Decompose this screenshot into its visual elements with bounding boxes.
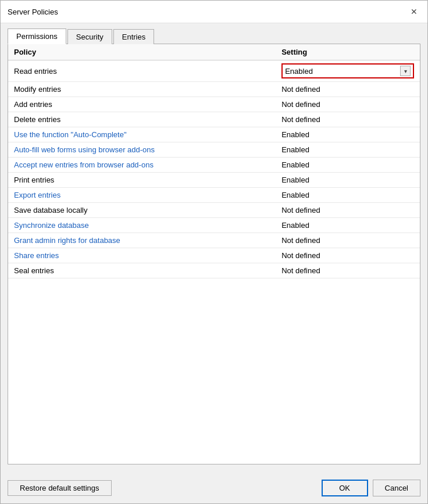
policy-cell: Share entries xyxy=(8,248,276,263)
setting-cell: Enabled xyxy=(276,127,420,142)
setting-cell[interactable]: Enabled▾ xyxy=(276,60,420,82)
setting-cell: Enabled xyxy=(276,173,420,188)
setting-cell: Not defined xyxy=(276,112,420,127)
table-row[interactable]: Print entriesEnabled xyxy=(8,173,420,188)
table-row[interactable]: Delete entriesNot defined xyxy=(8,112,420,127)
policy-cell: Accept new entries from browser add-ons xyxy=(8,158,276,173)
setting-cell: Not defined xyxy=(276,203,420,218)
setting-cell: Not defined xyxy=(276,263,420,278)
setting-cell: Not defined xyxy=(276,97,420,112)
table-row[interactable]: Synchronize databaseEnabled xyxy=(8,218,420,233)
setting-cell: Not defined xyxy=(276,248,420,263)
table-row[interactable]: Save database locallyNot defined xyxy=(8,203,420,218)
server-policies-dialog: Server Policies ✕ Permissions Security E… xyxy=(0,0,428,504)
dialog-footer: Restore default settings OK Cancel xyxy=(1,474,427,503)
cancel-button[interactable]: Cancel xyxy=(373,480,420,496)
policy-cell: Seal entries xyxy=(8,263,276,278)
footer-right: OK Cancel xyxy=(322,480,420,496)
table-row[interactable]: Share entriesNot defined xyxy=(8,248,420,263)
table-row[interactable]: Modify entriesNot defined xyxy=(8,82,420,97)
dropdown-arrow-icon[interactable]: ▾ xyxy=(400,66,411,76)
policy-cell: Grant admin rights for database xyxy=(8,233,276,248)
policy-cell: Synchronize database xyxy=(8,218,276,233)
table-row[interactable]: Accept new entries from browser add-onsE… xyxy=(8,158,420,173)
footer-left: Restore default settings xyxy=(8,480,112,496)
restore-default-button[interactable]: Restore default settings xyxy=(8,480,112,496)
dialog-title: Server Policies xyxy=(8,8,58,16)
policy-cell: Auto-fill web forms using browser add-on… xyxy=(8,142,276,158)
table-row[interactable]: Add entriesNot defined xyxy=(8,97,420,112)
tab-entries[interactable]: Entries xyxy=(113,29,154,44)
policy-cell: Save database locally xyxy=(8,203,276,218)
table-row[interactable]: Grant admin rights for databaseNot defin… xyxy=(8,233,420,248)
table-row[interactable]: Export entriesEnabled xyxy=(8,188,420,203)
table-row[interactable]: Use the function "Auto-Complete"Enabled xyxy=(8,127,420,142)
setting-cell: Not defined xyxy=(276,82,420,97)
column-header-setting: Setting xyxy=(276,44,420,60)
setting-cell: Enabled xyxy=(276,188,420,203)
policy-cell: Export entries xyxy=(8,188,276,203)
title-bar: Server Policies ✕ xyxy=(1,1,427,23)
setting-cell: Enabled xyxy=(276,158,420,173)
table-row[interactable]: Read entriesEnabled▾ xyxy=(8,60,420,82)
tabs-container: Permissions Security Entries xyxy=(8,28,420,44)
setting-cell: Not defined xyxy=(276,233,420,248)
column-header-policy: Policy xyxy=(8,44,276,60)
policy-cell: Delete entries xyxy=(8,112,276,127)
policy-table: Policy Setting Read entriesEnabled▾Modif… xyxy=(8,44,420,278)
table-row[interactable]: Auto-fill web forms using browser add-on… xyxy=(8,142,420,158)
ok-button[interactable]: OK xyxy=(322,480,368,496)
close-button[interactable]: ✕ xyxy=(408,5,420,18)
dialog-body: Permissions Security Entries Policy Sett… xyxy=(1,23,427,471)
policy-cell: Read entries xyxy=(8,60,276,82)
table-row[interactable]: Seal entriesNot defined xyxy=(8,263,420,278)
policy-cell: Modify entries xyxy=(8,82,276,97)
setting-cell: Enabled xyxy=(276,142,420,158)
policy-cell: Add entries xyxy=(8,97,276,112)
tab-security[interactable]: Security xyxy=(67,29,112,44)
setting-dropdown[interactable]: Enabled▾ xyxy=(281,63,414,78)
tab-content-permissions: Policy Setting Read entriesEnabled▾Modif… xyxy=(8,44,420,464)
setting-value: Enabled xyxy=(285,67,400,76)
policy-cell: Print entries xyxy=(8,173,276,188)
tab-permissions[interactable]: Permissions xyxy=(8,28,66,44)
policy-cell: Use the function "Auto-Complete" xyxy=(8,127,276,142)
setting-cell: Enabled xyxy=(276,218,420,233)
